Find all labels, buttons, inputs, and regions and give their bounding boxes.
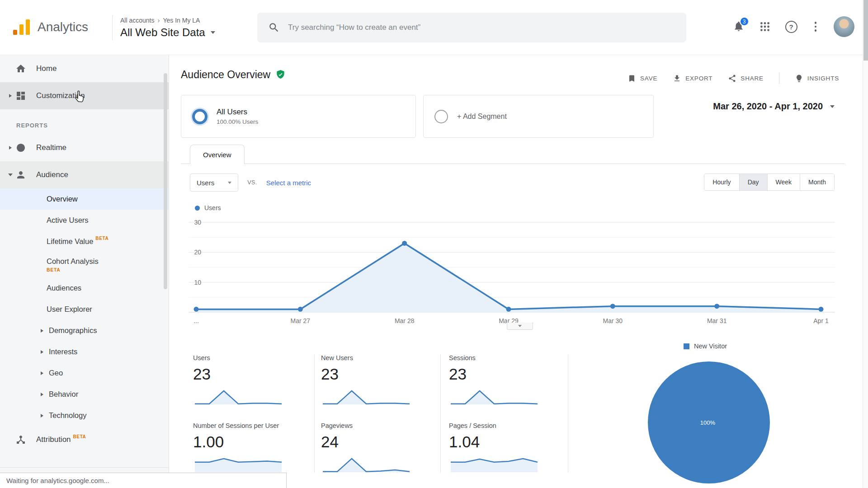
metric-dropdown-value: Users (197, 179, 214, 187)
metric-label: Sessions (449, 354, 564, 361)
sidebar-item-label: Attribution (36, 435, 71, 444)
beta-badge: BETA (73, 434, 86, 439)
users-line-chart: 102030...Mar 27Mar 28Mar 29Mar 30Mar 31A… (182, 214, 839, 327)
granularity-month[interactable]: Month (800, 174, 834, 190)
sidebar-item-audiences[interactable]: Audiences (0, 277, 169, 299)
sidebar-item-active-users[interactable]: Active Users (0, 210, 169, 231)
select-metric-link[interactable]: Select a metric (266, 179, 311, 187)
segment-detail: 100.00% Users (217, 118, 258, 125)
page-title: Audience Overview (181, 69, 286, 81)
sidebar-item-attribution[interactable]: Attribution BETA (0, 426, 169, 453)
date-range-label: Mar 26, 2020 - Apr 1, 2020 (713, 101, 823, 112)
svg-text:Mar 27: Mar 27 (291, 317, 311, 324)
metric-label: Pages / Session (449, 422, 564, 429)
sidebar-scrollbar[interactable] (164, 73, 167, 289)
chart-expander-button[interactable] (507, 323, 533, 330)
granularity-week[interactable]: Week (767, 174, 800, 190)
breadcrumb-account[interactable]: Yes In My LA (163, 17, 200, 24)
sidebar-item-home[interactable]: Home (0, 55, 169, 82)
avatar[interactable] (834, 16, 854, 37)
metric-dropdown[interactable]: Users (190, 174, 238, 192)
chart-legend-label: Users (204, 204, 221, 211)
verified-badge-icon (275, 70, 286, 80)
granularity-hourly[interactable]: Hourly (704, 174, 739, 190)
svg-text:20: 20 (194, 249, 201, 256)
export-button[interactable]: EXPORT (673, 74, 712, 83)
breadcrumb-all-accounts[interactable]: All accounts (120, 17, 154, 24)
pie-slice-label: 100% (700, 419, 715, 426)
product-name: Analytics (38, 20, 88, 34)
collapse-caret-icon (8, 174, 13, 176)
svg-text:30: 30 (194, 219, 201, 226)
svg-text:...: ... (193, 317, 199, 324)
svg-text:10: 10 (194, 279, 201, 286)
metric-value: 23 (321, 365, 436, 383)
granularity-day[interactable]: Day (739, 174, 767, 190)
sidebar-item-interests[interactable]: Interests (0, 341, 169, 362)
add-segment-button[interactable]: + Add Segment (423, 95, 654, 138)
insights-button[interactable]: INSIGHTS (795, 74, 839, 83)
clock-icon (15, 142, 26, 153)
sidebar-subitem-label: Technology (49, 411, 86, 420)
date-range-selector[interactable]: Mar 26, 2020 - Apr 1, 2020 (713, 101, 835, 112)
save-button[interactable]: SAVE (627, 74, 657, 83)
sidebar-item-overview[interactable]: Overview (0, 188, 169, 210)
sidebar-item-realtime[interactable]: Realtime (0, 134, 169, 161)
page-scrollbar-thumb[interactable] (863, 0, 868, 61)
beta-badge: BETA (47, 267, 61, 272)
sidebar-item-behavior[interactable]: Behavior (0, 384, 169, 405)
pie-legend-label: New Visitor (694, 343, 727, 350)
sidebar-item-technology[interactable]: Technology (0, 405, 169, 426)
sidebar-item-demographics[interactable]: Demographics (0, 320, 169, 341)
search-input[interactable] (288, 23, 675, 32)
browser-status-tooltip: Waiting for analytics.google.com... (0, 473, 287, 488)
save-icon (627, 74, 636, 83)
reports-section-label: REPORTS (0, 109, 169, 134)
header-divider (112, 15, 113, 40)
segment-all-users[interactable]: All Users 100.00% Users (181, 95, 416, 138)
report-content: Audience Overview SAVE EXPORT SHARE (170, 55, 863, 488)
sidebar-subitem-label: Audiences (47, 284, 81, 292)
tab-overview[interactable]: Overview (190, 145, 245, 164)
search-bar[interactable] (257, 13, 686, 42)
expand-caret-icon (9, 94, 12, 98)
actions-divider (779, 72, 779, 84)
metric-card-pages-per-session: Pages / Session 1.04 (449, 422, 564, 474)
more-options-button[interactable] (812, 21, 820, 33)
expand-caret-icon (41, 371, 43, 375)
property-selector[interactable]: All Web Site Data (120, 26, 215, 39)
sidebar-subitem-label: Geo (49, 369, 63, 377)
svg-text:Mar 30: Mar 30 (603, 317, 623, 324)
metric-card-pageviews: Pageviews 24 (321, 422, 436, 474)
apps-grid-button[interactable] (759, 21, 771, 33)
sidebar-subitem-label: Interests (49, 347, 77, 356)
sidebar-item-audience[interactable]: Audience (0, 161, 169, 188)
svg-text:Mar 28: Mar 28 (395, 317, 415, 324)
metric-label: Pageviews (321, 422, 436, 429)
chevron-down-icon (518, 325, 522, 327)
metric-card-new-users: New Users 23 (321, 354, 436, 407)
share-button[interactable]: SHARE (728, 74, 764, 83)
export-icon (673, 74, 681, 83)
metric-card-sessions-per-user: Number of Sessions per User 1.00 (193, 422, 308, 474)
chart-legend: Users (195, 204, 221, 211)
analytics-logo[interactable]: Analytics (12, 17, 88, 37)
beta-badge: BETA (95, 236, 108, 241)
tab-underline (181, 164, 844, 164)
metric-label: Users (193, 354, 308, 361)
sidebar-item-cohort-analysis[interactable]: Cohort Analysis BETA (0, 252, 169, 277)
metric-card-sessions: Sessions 23 (449, 354, 564, 407)
sidebar-item-customization[interactable]: Customization (0, 82, 169, 109)
breadcrumb-separator-icon: › (157, 16, 160, 24)
legend-square-icon (684, 343, 689, 349)
metric-value: 23 (449, 365, 564, 383)
notifications-button[interactable]: 3 (733, 20, 745, 33)
page-scrollbar[interactable] (863, 0, 868, 488)
insights-icon (795, 74, 803, 83)
sidebar-item-lifetime-value[interactable]: Lifetime Value BETA (0, 231, 169, 252)
metrics-divider (440, 354, 441, 473)
help-button[interactable]: ? (785, 21, 797, 33)
sidebar-item-user-explorer[interactable]: User Explorer (0, 299, 169, 320)
metric-value: 23 (193, 365, 308, 383)
sidebar-item-geo[interactable]: Geo (0, 362, 169, 384)
